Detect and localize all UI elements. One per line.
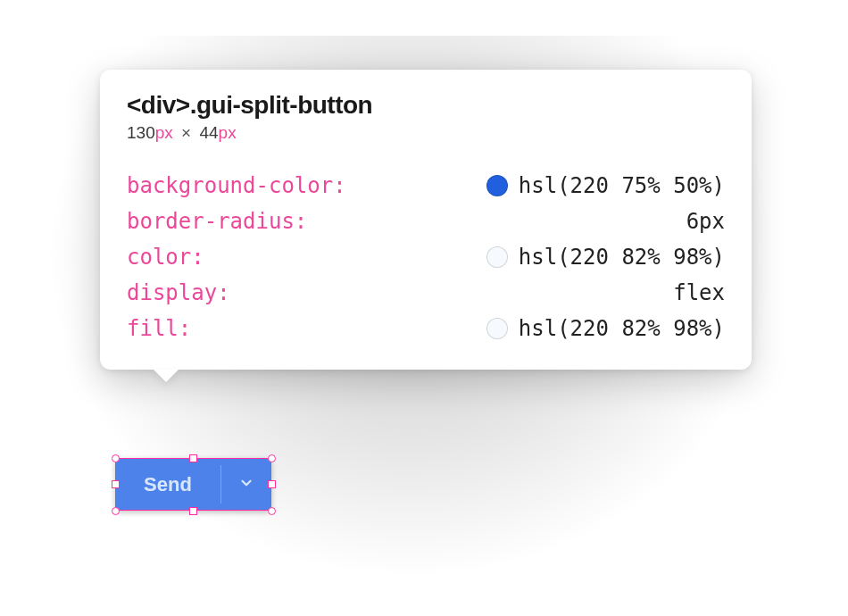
prop-value-text: flex <box>673 282 725 304</box>
chevron-down-icon <box>238 475 254 494</box>
dim-width: 130 <box>127 123 155 142</box>
prop-row: border-radius6px <box>127 204 725 239</box>
gui-split-button[interactable]: Send <box>115 458 271 511</box>
prop-name: color <box>127 246 204 268</box>
color-swatch-icon <box>486 246 508 268</box>
element-tooltip: <div>.gui-split-button 130px × 44px back… <box>100 70 752 370</box>
tooltip-dimensions: 130px × 44px <box>127 123 725 143</box>
dropdown-toggle-button[interactable] <box>221 458 271 511</box>
prop-value: 6px <box>686 211 725 232</box>
prop-value: hsl(220 82% 98%) <box>486 246 725 268</box>
prop-value-text: 6px <box>686 211 725 232</box>
prop-row: fillhsl(220 82% 98%) <box>127 311 725 346</box>
prop-name: fill <box>127 318 191 339</box>
color-swatch-icon <box>486 175 508 196</box>
dim-width-unit: px <box>155 123 173 142</box>
prop-value-text: hsl(220 82% 98%) <box>519 318 725 339</box>
color-swatch-icon <box>486 318 508 339</box>
prop-value-text: hsl(220 75% 50%) <box>519 175 725 196</box>
prop-row: background-colorhsl(220 75% 50%) <box>127 168 725 204</box>
prop-value: flex <box>673 282 725 304</box>
prop-row: colorhsl(220 82% 98%) <box>127 239 725 275</box>
send-button[interactable]: Send <box>115 458 220 511</box>
prop-value: hsl(220 82% 98%) <box>486 318 725 339</box>
tooltip-props: background-colorhsl(220 75% 50%)border-r… <box>127 168 725 346</box>
prop-row: displayflex <box>127 275 725 311</box>
dim-height: 44 <box>199 123 218 142</box>
prop-value: hsl(220 75% 50%) <box>486 175 725 196</box>
prop-name: border-radius <box>127 211 307 232</box>
tooltip-selector: <div>.gui-split-button <box>127 91 725 120</box>
dim-height-unit: px <box>219 123 237 142</box>
prop-name: background-color <box>127 175 346 196</box>
prop-name: display <box>127 282 230 304</box>
dim-sep: × <box>178 123 195 142</box>
prop-value-text: hsl(220 82% 98%) <box>519 246 725 268</box>
